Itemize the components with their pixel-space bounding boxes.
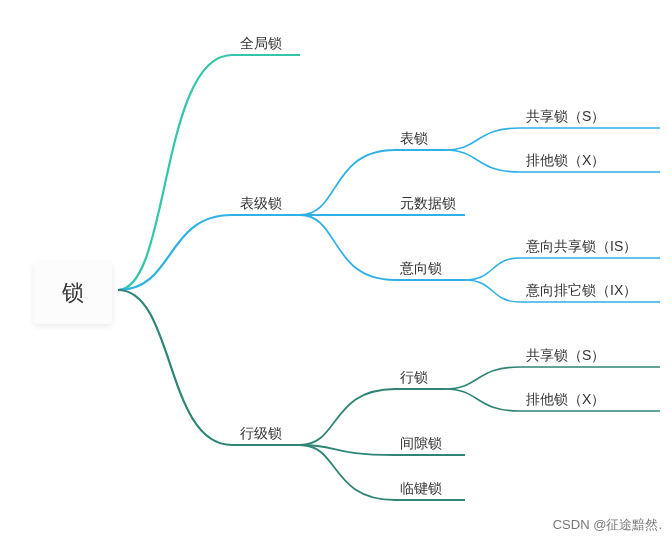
node-row-level-lock[interactable]: 行级锁 xyxy=(240,425,282,446)
node-table-exclusive[interactable]: 排他锁（X） xyxy=(526,152,605,173)
mindmap-canvas: 锁 全局锁 表级锁 行级锁 表锁 元数据锁 意向锁 共享锁（S） 排他锁（X） … xyxy=(0,0,672,540)
node-row-lock[interactable]: 行锁 xyxy=(400,369,428,390)
node-nextkey-lock[interactable]: 临键锁 xyxy=(400,480,442,501)
node-row-exclusive[interactable]: 排他锁（X） xyxy=(526,391,605,412)
node-intent-shared[interactable]: 意向共享锁（IS） xyxy=(526,238,637,259)
node-intent-lock[interactable]: 意向锁 xyxy=(400,260,442,281)
node-row-shared[interactable]: 共享锁（S） xyxy=(526,347,605,368)
root-node[interactable]: 锁 xyxy=(34,262,112,324)
root-label: 锁 xyxy=(62,280,84,305)
node-intent-exclusive[interactable]: 意向排它锁（IX） xyxy=(526,282,637,303)
watermark: CSDN @征途黯然. xyxy=(553,516,662,534)
node-meta-lock[interactable]: 元数据锁 xyxy=(400,195,456,216)
node-gap-lock[interactable]: 间隙锁 xyxy=(400,435,442,456)
node-global-lock[interactable]: 全局锁 xyxy=(240,35,282,56)
node-table-shared[interactable]: 共享锁（S） xyxy=(526,108,605,129)
node-table-lock[interactable]: 表锁 xyxy=(400,130,428,151)
node-table-level-lock[interactable]: 表级锁 xyxy=(240,195,282,216)
